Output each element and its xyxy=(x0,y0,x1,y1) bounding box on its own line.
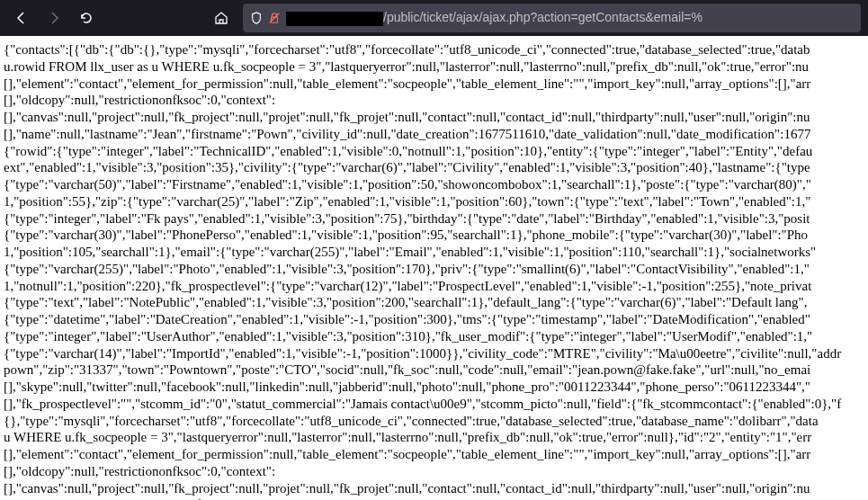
arrow-right-icon xyxy=(47,11,61,25)
shield-icon[interactable] xyxy=(250,12,263,24)
url-display: /public/ticket/ajax/ajax.php?action=getC… xyxy=(286,10,702,25)
back-button[interactable] xyxy=(7,4,36,32)
page-content: {"contacts":[{"db":{"db":{},"type":"mysq… xyxy=(0,36,868,500)
browser-toolbar: /public/ticket/ajax/ajax.php?action=getC… xyxy=(0,0,868,36)
insecure-lock-icon[interactable] xyxy=(268,12,281,24)
arrow-left-icon xyxy=(14,11,29,25)
reload-button[interactable] xyxy=(72,4,101,32)
forward-button[interactable] xyxy=(40,4,68,32)
url-redacted-segment xyxy=(286,12,383,26)
response-body: {"contacts":[{"db":{"db":{},"type":"mysq… xyxy=(4,42,841,500)
home-button[interactable] xyxy=(207,4,236,32)
home-icon xyxy=(214,11,228,25)
url-path: /public/ticket/ajax/ajax.php?action=getC… xyxy=(383,10,702,24)
reload-icon xyxy=(79,11,94,25)
url-bar[interactable]: /public/ticket/ajax/ajax.php?action=getC… xyxy=(243,4,861,32)
